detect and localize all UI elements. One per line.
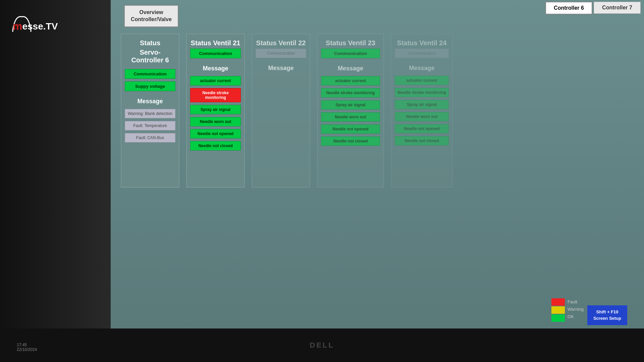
servo-title: Status [125, 39, 175, 47]
servo-msg-3[interactable]: Fault: CAN-Bus [125, 133, 175, 142]
legend-colors [551, 298, 565, 322]
ventil21-msg-needle-not-closed[interactable]: Needle not closed [190, 141, 241, 150]
ventil23-msg-needle-not-opened[interactable]: Needle not opened [321, 124, 380, 134]
overview-label: Overview Controller/Valve [131, 9, 172, 22]
screen-setup-btn[interactable]: Shift + F10 Screen Setup [587, 305, 627, 325]
ventil21-msg-actuator[interactable]: actuator current [190, 76, 241, 85]
tab-controller6[interactable]: Controller 6 [545, 2, 592, 14]
ventil24-communication-btn[interactable]: Communication [395, 49, 449, 58]
ventil22-panel: Status Ventil 22 Communication Message [252, 34, 310, 188]
servo-message-label: Message [125, 98, 175, 105]
ventil21-msg-spray[interactable]: Spray air signal [190, 105, 241, 114]
ventil23-msg-needle-stroke[interactable]: Needle stroke monitoring [321, 88, 380, 98]
time-display: 17:4522/10/2024 [17, 343, 37, 352]
ventil22-communication-btn[interactable]: Communication [256, 49, 306, 58]
ventil24-msg-needle-not-opened[interactable]: Needle not opened [395, 124, 449, 133]
top-nav: Controller 6 Controller 7 [111, 0, 644, 20]
servo-communication-btn[interactable]: Communication [125, 69, 175, 79]
ventil24-panel: Status Ventil 24 Communication Message a… [391, 34, 453, 188]
ventil21-msg-needle-not-opened[interactable]: Needle not opened [190, 129, 241, 138]
ventil24-msg-needle-stroke[interactable]: Needle stroke monitoring [395, 88, 449, 97]
logo-esse: esse [22, 21, 43, 32]
legend-area: Fault Warning OK [551, 298, 584, 322]
overview-button[interactable]: Overview Controller/Valve [124, 5, 178, 27]
servo-msg-2[interactable]: Fault: Temperature [125, 121, 175, 130]
ventil23-msg-actuator[interactable]: actuator current [321, 76, 380, 85]
ventil21-message-label: Message [190, 65, 241, 72]
tab-controller7[interactable]: Controller 7 [594, 2, 641, 14]
ventil23-message-label: Message [321, 65, 380, 72]
legend-fault-label: Fault [568, 298, 584, 306]
ventil24-msg-needle-worn[interactable]: Needle worn out [395, 112, 449, 121]
ventil22-title: Status Ventil 22 [256, 39, 306, 47]
servo-controller-panel: Status Servo-Controller 6 Communication … [121, 34, 179, 188]
ventil23-title: Status Ventil 23 [321, 39, 380, 47]
screen-setup-label: Shift + F10 Screen Setup [593, 309, 621, 321]
legend-text: Fault Warning OK [568, 298, 584, 320]
ventil23-communication-btn[interactable]: Communication [321, 49, 380, 58]
monitor-bezel: DELL [0, 328, 644, 362]
left-panel: m esse . TV [0, 0, 114, 362]
logo-dot: . [43, 21, 46, 32]
servo-supply-btn[interactable]: Suppy voltage [125, 81, 175, 91]
legend-warning-label: Warning [568, 306, 584, 313]
servo-subtitle: Servo-Controller 6 [125, 49, 175, 64]
servo-msg-1[interactable]: Warning: Blank detection [125, 109, 175, 118]
ventil23-msg-spray[interactable]: Spray air signal [321, 100, 380, 110]
ventil24-message-label: Message [395, 65, 449, 72]
ventil21-msg-needle-stroke[interactable]: Needle stroke monitoring [190, 88, 241, 102]
ventil21-communication-btn[interactable]: Communication [190, 49, 241, 58]
ventil21-panel: Status Ventil 21 Communication Message a… [186, 34, 245, 188]
legend-yellow [551, 306, 565, 314]
logo-tv: TV [46, 21, 58, 32]
ventil24-msg-needle-not-closed[interactable]: Needle not closed [395, 136, 449, 145]
ventil21-msg-needle-worn[interactable]: Needle worn out [190, 117, 241, 126]
ventil24-msg-spray[interactable]: Spray air signal [395, 100, 449, 109]
legend-red [551, 298, 565, 306]
logo-m: m [13, 20, 22, 33]
legend-ok-label: OK [568, 313, 584, 320]
ventil21-title: Status Ventil 21 [190, 39, 241, 47]
ventil24-msg-actuator[interactable]: actuator current [395, 76, 449, 85]
ventil24-title: Status Ventil 24 [395, 39, 449, 47]
logo-area: m esse . TV [10, 13, 34, 35]
ventil23-msg-needle-not-closed[interactable]: Needle not closed [321, 136, 380, 146]
panels-container: Status Servo-Controller 6 Communication … [121, 34, 453, 188]
ventil23-panel: Status Ventil 23 Communication Message a… [317, 34, 384, 188]
legend-green [551, 314, 565, 322]
ventil23-msg-needle-worn[interactable]: Needle worn out [321, 112, 380, 122]
time-value: 17:4522/10/2024 [17, 343, 37, 352]
ventil22-message-label: Message [256, 65, 306, 72]
monitor-brand: DELL [310, 341, 334, 350]
